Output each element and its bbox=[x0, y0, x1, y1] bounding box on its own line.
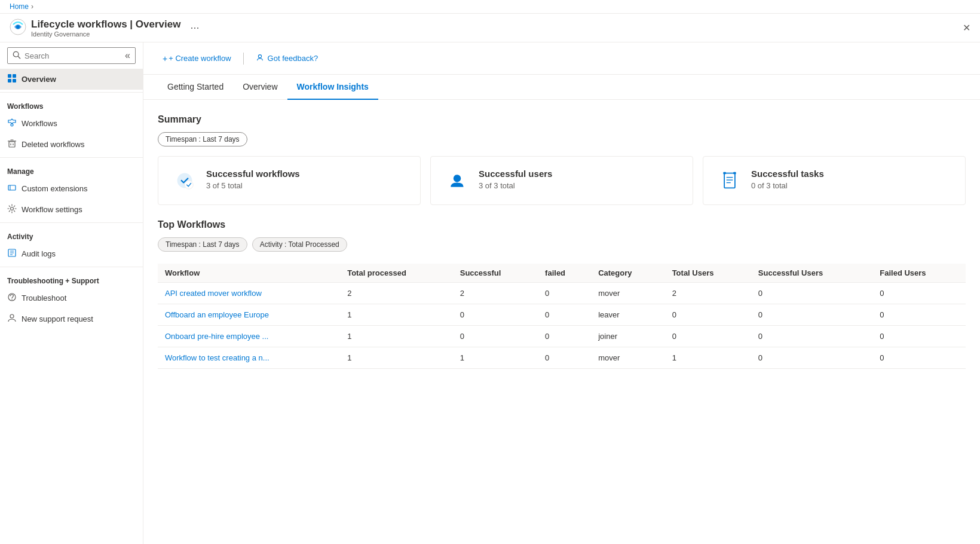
successful-workflows-icon bbox=[173, 169, 197, 192]
svg-point-23 bbox=[10, 314, 14, 318]
create-workflow-button[interactable]: + + Create workflow bbox=[158, 50, 236, 67]
sidebar-section-activity: Activity bbox=[0, 222, 143, 243]
svg-rect-6 bbox=[8, 79, 11, 82]
svg-point-27 bbox=[454, 175, 461, 182]
cell-total-users-2: 0 bbox=[665, 326, 751, 347]
card-successful-users-title: Successful users bbox=[479, 169, 552, 179]
workflow-link-3[interactable]: Workflow to test creating a n... bbox=[165, 353, 270, 362]
workflows-icon bbox=[7, 118, 17, 129]
sidebar-item-overview[interactable]: Overview bbox=[0, 69, 143, 90]
card-successful-tasks-title: Successful tasks bbox=[751, 169, 824, 179]
col-header-category: Category bbox=[591, 264, 664, 283]
create-workflow-label: + Create workflow bbox=[169, 54, 231, 63]
workflow-settings-icon bbox=[7, 204, 17, 215]
successful-tasks-icon bbox=[718, 169, 742, 192]
workflow-link-2[interactable]: Onboard pre-hire employee ... bbox=[165, 332, 268, 341]
sidebar-item-workflows[interactable]: Workflows bbox=[0, 113, 143, 134]
cell-total-processed-0: 2 bbox=[340, 283, 453, 304]
card-successful-tasks: Successful tasks 0 of 3 total bbox=[703, 156, 966, 205]
cell-total-users-1: 0 bbox=[665, 304, 751, 326]
cell-failed-2: 0 bbox=[538, 326, 591, 347]
card-successful-users-subtitle: 3 of 3 total bbox=[479, 181, 552, 190]
table-row: Offboard an employee Europe 1 0 0 leaver… bbox=[158, 304, 966, 326]
cell-category-2: joiner bbox=[591, 326, 664, 347]
cell-successful-users-1: 0 bbox=[751, 304, 872, 326]
sidebar-item-new-support-request[interactable]: New support request bbox=[0, 308, 143, 329]
close-button[interactable]: ✕ bbox=[963, 22, 970, 33]
successful-users-icon bbox=[445, 169, 469, 192]
cell-category-0: mover bbox=[591, 283, 664, 304]
col-header-total-processed: Total processed bbox=[340, 264, 453, 283]
cell-failed-users-2: 0 bbox=[872, 326, 966, 347]
cell-successful-1: 0 bbox=[453, 304, 538, 326]
card-successful-workflows-subtitle: 3 of 5 total bbox=[206, 181, 300, 190]
cell-failed-1: 0 bbox=[538, 304, 591, 326]
sidebar-item-new-support-request-label: New support request bbox=[22, 314, 93, 323]
sidebar-item-workflow-settings[interactable]: Workflow settings bbox=[0, 199, 143, 220]
cell-successful-users-3: 0 bbox=[751, 347, 872, 369]
deleted-workflows-icon bbox=[7, 139, 17, 150]
cell-successful-2: 0 bbox=[453, 326, 538, 347]
svg-rect-4 bbox=[8, 74, 11, 78]
tab-getting-started[interactable]: Getting Started bbox=[158, 75, 233, 100]
col-header-failed: failed bbox=[538, 264, 591, 283]
toolbar-divider bbox=[243, 53, 244, 65]
workflow-link-1[interactable]: Offboard an employee Europe bbox=[165, 310, 269, 319]
svg-rect-7 bbox=[13, 79, 16, 82]
sidebar-search-container[interactable]: « bbox=[7, 47, 136, 64]
col-header-successful-users: Successful Users bbox=[751, 264, 872, 283]
more-options-button[interactable]: ··· bbox=[185, 22, 204, 34]
svg-rect-28 bbox=[724, 173, 735, 188]
cell-category-3: mover bbox=[591, 347, 664, 369]
sidebar-item-deleted-workflows-label: Deleted workflows bbox=[22, 140, 85, 149]
new-support-request-icon bbox=[7, 313, 17, 325]
workflow-link-0[interactable]: API created mover workflow bbox=[165, 289, 262, 298]
cell-category-1: leaver bbox=[591, 304, 664, 326]
sidebar-section-troubleshooting: Troubleshooting + Support bbox=[0, 267, 143, 288]
col-header-workflow: Workflow bbox=[158, 264, 340, 283]
sidebar-item-overview-label: Overview bbox=[22, 75, 56, 84]
sidebar-item-custom-extensions[interactable]: Custom extensions bbox=[0, 178, 143, 199]
sidebar-item-custom-extensions-label: Custom extensions bbox=[22, 184, 88, 193]
breadcrumb-home[interactable]: Home bbox=[10, 2, 29, 11]
svg-point-22 bbox=[11, 299, 13, 301]
sidebar-item-deleted-workflows[interactable]: Deleted workflows bbox=[0, 134, 143, 155]
top-workflows-title: Top Workflows bbox=[158, 219, 966, 230]
svg-rect-5 bbox=[13, 74, 16, 78]
custom-extensions-icon bbox=[7, 183, 17, 194]
sidebar-item-troubleshoot[interactable]: Troubleshoot bbox=[0, 288, 143, 308]
got-feedback-button[interactable]: Got feedback? bbox=[251, 50, 323, 67]
svg-rect-14 bbox=[8, 185, 16, 190]
cell-total-users-3: 1 bbox=[665, 347, 751, 369]
col-header-total-users: Total Users bbox=[665, 264, 751, 283]
app-subtitle: Identity Governance bbox=[31, 30, 180, 38]
timespan-filter-badge[interactable]: Timespan : Last 7 days bbox=[158, 237, 247, 252]
activity-filter-badge[interactable]: Activity : Total Processed bbox=[252, 237, 347, 252]
svg-rect-32 bbox=[723, 172, 725, 175]
cell-successful-3: 1 bbox=[453, 347, 538, 369]
app-title: Lifecycle workflows | Overview bbox=[31, 19, 180, 30]
search-input[interactable] bbox=[24, 51, 121, 60]
tabs: Getting Started Overview Workflow Insigh… bbox=[143, 75, 980, 100]
overview-icon bbox=[7, 74, 17, 85]
app-icon bbox=[10, 19, 26, 37]
tab-workflow-insights[interactable]: Workflow Insights bbox=[287, 75, 378, 100]
cell-total-processed-2: 1 bbox=[340, 326, 453, 347]
table-row: Onboard pre-hire employee ... 1 0 0 join… bbox=[158, 326, 966, 347]
collapse-sidebar-button[interactable]: « bbox=[125, 50, 130, 61]
card-successful-tasks-subtitle: 0 of 3 total bbox=[751, 181, 824, 190]
sidebar-item-audit-logs[interactable]: Audit logs bbox=[0, 243, 143, 264]
table-header-row: Workflow Total processed Successful fail… bbox=[158, 264, 966, 283]
summary-timespan-badge[interactable]: Timespan : Last 7 days bbox=[158, 132, 247, 146]
cell-total-processed-3: 1 bbox=[340, 347, 453, 369]
audit-logs-icon bbox=[7, 248, 17, 259]
svg-point-26 bbox=[185, 181, 193, 189]
sidebar-section-manage: Manage bbox=[0, 157, 143, 178]
main-content: + + Create workflow Got feedback? Gettin… bbox=[143, 42, 980, 544]
tab-overview[interactable]: Overview bbox=[233, 75, 287, 100]
sidebar-item-workflows-label: Workflows bbox=[22, 119, 57, 128]
col-header-successful: Successful bbox=[453, 264, 538, 283]
got-feedback-label: Got feedback? bbox=[268, 54, 318, 63]
workflows-table: Workflow Total processed Successful fail… bbox=[158, 264, 966, 369]
svg-rect-9 bbox=[9, 142, 15, 147]
